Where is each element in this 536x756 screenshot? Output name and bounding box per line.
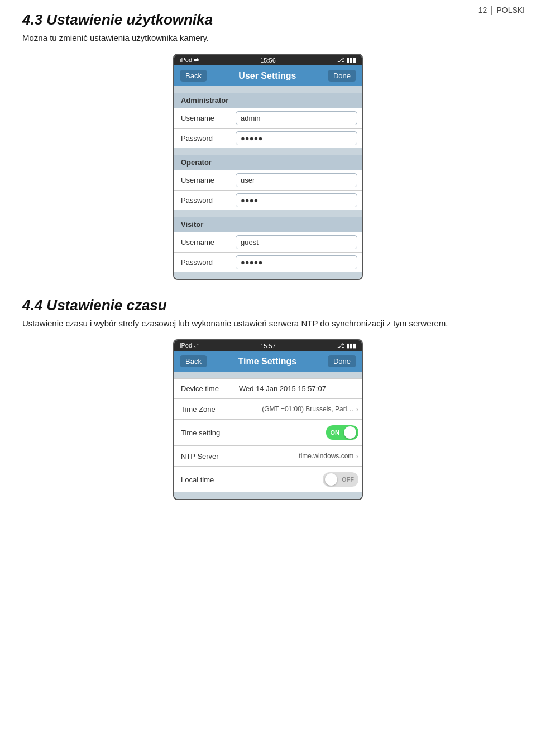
toggle-knob-on — [344, 426, 356, 439]
operator-username-label: Username — [174, 170, 236, 190]
status-bar-time-1: 15:56 — [260, 57, 276, 64]
operator-password-input[interactable] — [236, 193, 357, 207]
ntp-server-row[interactable]: NTP Server time.windows.com › — [174, 445, 362, 466]
spacer-2 — [174, 148, 362, 155]
section44-description: Ustawienie czasu i wybór strefy czasowej… — [22, 318, 514, 328]
section44-heading: 4.4 Ustawienie czasu — [22, 297, 514, 314]
time-setting-row: Time setting ON — [174, 419, 362, 445]
toggle-off-label: OFF — [339, 476, 356, 483]
divider — [491, 6, 492, 15]
section-header-visitor: Visitor — [174, 217, 362, 232]
spacer-3 — [174, 210, 362, 217]
timezone-label: Time Zone — [174, 400, 236, 419]
page-num: 12 — [478, 6, 487, 15]
local-time-label: Local time — [174, 470, 236, 489]
spacer-top-2 — [174, 372, 362, 378]
done-button-1[interactable]: Done — [328, 70, 356, 82]
status-bar-left-2: iPod ⇌ — [180, 342, 199, 349]
toggle-on[interactable]: ON — [326, 425, 359, 440]
visitor-password-row: Password — [174, 252, 362, 272]
ipod-label-2: iPod — [180, 342, 192, 349]
content-area: 4.3 Ustawienie użytkownika Można tu zmie… — [0, 0, 536, 528]
toggle-knob-off — [325, 473, 337, 486]
section-header-operator: Operator — [174, 155, 362, 170]
nav-bar-1: Back User Settings Done — [174, 65, 362, 86]
time-setting-label: Time setting — [174, 423, 236, 443]
time-setting-value: ON — [236, 420, 362, 445]
timezone-row[interactable]: Time Zone (GMT +01:00) Brussels, Pari… › — [174, 398, 362, 419]
visitor-username-row: Username — [174, 232, 362, 252]
device-time-label: Device time — [174, 379, 236, 398]
nav-title-2: Time Settings — [238, 356, 297, 367]
time-settings-body: Device time Wed 14 Jan 2015 15:57:07 Tim… — [174, 372, 362, 499]
spacer-bottom-1 — [174, 272, 362, 279]
toggle-off[interactable]: OFF — [323, 472, 358, 487]
page-number-area: 12 POLSKI — [478, 6, 525, 15]
operator-username-row: Username — [174, 170, 362, 190]
visitor-password-label: Password — [174, 253, 236, 272]
section43-description: Można tu zmienić ustawienia użytkownika … — [22, 33, 514, 42]
spacer-bottom-2 — [174, 492, 362, 499]
ntp-server-label: NTP Server — [174, 446, 236, 466]
timezone-value: (GMT +01:00) Brussels, Pari… › — [236, 399, 362, 419]
device-time-value: Wed 14 Jan 2015 15:57:07 — [236, 379, 362, 398]
user-settings-device: iPod ⇌ 15:56 ⎇ ▮▮▮ Back User Settings Do… — [173, 54, 363, 280]
admin-username-row: Username — [174, 108, 362, 128]
status-bar-time-2: 15:57 — [260, 343, 276, 349]
nav-title-1: User Settings — [238, 71, 296, 81]
user-settings-body: Administrator Username Password Operator — [174, 86, 362, 279]
local-time-value: OFF — [236, 467, 362, 492]
admin-password-input[interactable] — [236, 131, 357, 145]
operator-password-label: Password — [174, 191, 236, 210]
language-label: POLSKI — [496, 6, 525, 15]
chevron-icon-timezone: › — [356, 405, 358, 413]
nav-bar-2: Back Time Settings Done — [174, 351, 362, 372]
admin-password-label: Password — [174, 129, 236, 148]
back-button-2[interactable]: Back — [180, 355, 207, 367]
spacer-top-1 — [174, 86, 362, 93]
operator-password-row: Password — [174, 190, 362, 210]
done-button-2[interactable]: Done — [328, 355, 356, 367]
status-bar-1: iPod ⇌ 15:56 ⎇ ▮▮▮ — [174, 55, 362, 65]
operator-username-input[interactable] — [236, 173, 357, 187]
time-settings-device: iPod ⇌ 15:57 ⎇ ▮▮▮ Back Time Settings Do… — [173, 339, 363, 500]
status-bar-right-2: ⎇ ▮▮▮ — [337, 342, 356, 349]
admin-password-row: Password — [174, 128, 362, 148]
visitor-username-input[interactable] — [236, 235, 357, 249]
visitor-username-label: Username — [174, 232, 236, 252]
ntp-server-value: time.windows.com › — [236, 446, 362, 466]
admin-username-input[interactable] — [236, 111, 357, 125]
visitor-password-input[interactable] — [236, 255, 357, 269]
section-header-admin: Administrator — [174, 93, 362, 108]
local-time-row: Local time OFF — [174, 466, 362, 492]
section43-heading: 4.3 Ustawienie użytkownika — [22, 11, 514, 28]
admin-username-label: Username — [174, 108, 236, 128]
toggle-on-label: ON — [328, 429, 342, 436]
ipod-label-1: iPod — [180, 56, 192, 63]
status-bar-right-1: ⎇ ▮▮▮ — [337, 56, 356, 64]
status-bar-left-1: iPod ⇌ — [180, 56, 199, 64]
status-bar-2: iPod ⇌ 15:57 ⎇ ▮▮▮ — [174, 340, 362, 351]
back-button-1[interactable]: Back — [180, 70, 207, 82]
device-time-row: Device time Wed 14 Jan 2015 15:57:07 — [174, 378, 362, 398]
chevron-icon-ntp: › — [356, 451, 358, 460]
